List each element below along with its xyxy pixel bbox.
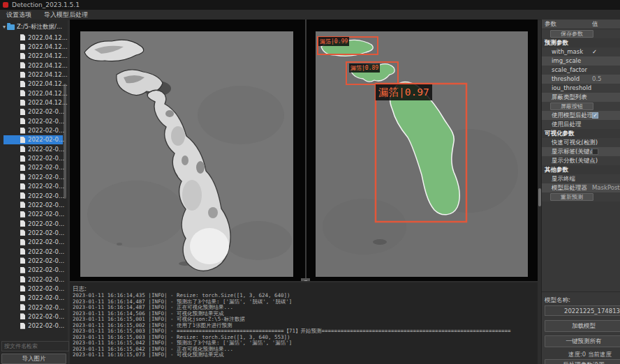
tree-item[interactable]: 2022-02-0... bbox=[0, 294, 68, 303]
parameters-header: 参数 值 bbox=[542, 20, 620, 29]
param-row[interactable]: iou_threshold bbox=[542, 84, 620, 93]
menu-item-import-postprocess[interactable]: 导入模型后处理 bbox=[38, 10, 94, 20]
param-label: 快速可视化(检测) bbox=[552, 138, 598, 147]
tree-item-label: 2022-02-0... bbox=[28, 313, 64, 320]
tree-item[interactable]: 2022-02-0... bbox=[0, 210, 68, 219]
file-icon bbox=[20, 34, 25, 40]
param-row[interactable]: threshold0.5 bbox=[542, 75, 620, 84]
predict-all-button[interactable]: 一键预测所有 bbox=[545, 335, 620, 347]
param-action-button[interactable]: 重新预测 bbox=[550, 193, 593, 201]
tree-item[interactable]: 2022-02-0... bbox=[0, 126, 68, 135]
param-row[interactable]: 使用模型后处理✓ bbox=[542, 111, 620, 120]
param-value[interactable] bbox=[592, 147, 598, 156]
title-bar: Detection_2023.1.5.1 bbox=[0, 0, 620, 10]
tree-item[interactable]: 2022.04.12... bbox=[0, 61, 68, 70]
folder-icon bbox=[7, 24, 15, 30]
tree-item[interactable]: 2022.04.12... bbox=[0, 89, 68, 98]
tree-item[interactable]: 2022-02-0... bbox=[0, 182, 68, 191]
checkbox-unchecked[interactable] bbox=[592, 149, 598, 155]
tree-item[interactable]: 2022.04.12... bbox=[0, 52, 68, 61]
menu-item-settings[interactable]: 设置选项 bbox=[0, 10, 38, 20]
load-model-button[interactable]: 加载模型 bbox=[545, 320, 620, 332]
param-section-header: 可视化参数 bbox=[542, 129, 620, 138]
tree-root-folder[interactable]: ▾ Z:/5-标注数据/... bbox=[0, 22, 62, 31]
param-row[interactable]: 屏蔽类型列表 bbox=[542, 93, 620, 102]
tree-item-label: 2022-02-0... bbox=[28, 294, 64, 301]
param-row[interactable]: 快速可视化(检测) bbox=[542, 138, 620, 147]
postprocess-settings-button[interactable]: 后处理参数设置 bbox=[545, 359, 620, 364]
tree-item[interactable]: 2022-02-0... bbox=[0, 163, 68, 172]
tree-item-label: 2022-02-0... bbox=[28, 155, 64, 162]
tree-item[interactable]: 2022-02-0... bbox=[0, 321, 68, 331]
original-image[interactable] bbox=[80, 31, 293, 277]
tree-item[interactable]: 2022-02-0... bbox=[0, 116, 68, 126]
param-row[interactable]: 使用后处理 bbox=[542, 120, 620, 129]
param-value[interactable]: ✓ bbox=[592, 111, 598, 120]
tree-item[interactable]: 2022-02-0... bbox=[0, 238, 68, 247]
param-row[interactable]: 显示分数(关键点) bbox=[542, 156, 620, 165]
tree-item-label: 2022-02-0... bbox=[28, 285, 64, 292]
tree-item[interactable]: 2022-02-0... bbox=[0, 153, 68, 162]
param-label: 使用模型后处理 bbox=[552, 111, 593, 120]
tree-item[interactable]: 2022-02-0... bbox=[0, 266, 68, 275]
tree-item[interactable]: 2022-02-0... bbox=[0, 191, 68, 200]
param-row[interactable]: 显示标签(关键点) bbox=[542, 147, 620, 156]
param-label: img_scale bbox=[552, 56, 581, 66]
tree-item[interactable]: 2022-02-0... bbox=[0, 135, 68, 144]
parameters-panel: 参数 值 保存参数预测参数with_mask✓img_scalescale_fa… bbox=[541, 20, 620, 364]
tree-item[interactable]: 2022-02-0... bbox=[0, 312, 68, 321]
panel-scrollbar[interactable] bbox=[538, 188, 541, 206]
file-icon bbox=[20, 90, 25, 96]
tree-item[interactable]: 2022-02-0... bbox=[0, 275, 68, 284]
tree-item[interactable]: 2022-02-0... bbox=[0, 172, 68, 181]
file-tree-list: 2022.04.12...2022.04.12...2022.04.12...2… bbox=[0, 33, 68, 331]
expand-arrow-icon[interactable]: ▾ bbox=[3, 24, 6, 30]
menu-bar: 设置选项 导入模型后处理 bbox=[0, 10, 620, 20]
param-action-button[interactable]: 屏蔽按钮 bbox=[550, 103, 593, 110]
tree-item[interactable]: 2022-02-0... bbox=[0, 284, 68, 293]
file-icon bbox=[20, 192, 25, 199]
file-icon bbox=[20, 220, 25, 227]
param-label: 显示分数(关键点) bbox=[552, 156, 598, 165]
tree-item[interactable]: 2022-02-0... bbox=[0, 107, 68, 116]
param-row[interactable]: 模型后处理器MaskPostPro bbox=[542, 183, 620, 192]
file-icon bbox=[20, 53, 25, 59]
param-label: with_mask bbox=[552, 47, 583, 56]
prediction-image[interactable]: 漏箔|0.99 漏箔|0.89 漏箔|0.97 bbox=[316, 31, 528, 277]
log-lines: 2023-01-11 16:16:14,435 |INFO| - Resize:… bbox=[73, 293, 538, 364]
tree-item[interactable]: 2022.04.12... bbox=[0, 33, 68, 42]
app-window: Detection_2023.1.5.1 设置选项 导入模型后处理 ▾ Z:/5… bbox=[0, 0, 620, 364]
param-row[interactable]: img_scale bbox=[542, 56, 620, 66]
checkbox-checked[interactable]: ✓ bbox=[592, 112, 598, 119]
tree-item-label: 2022-02-0... bbox=[28, 266, 64, 273]
tree-item[interactable]: 2022.04.12... bbox=[0, 79, 68, 89]
param-section-header: 其他参数 bbox=[542, 165, 620, 174]
tree-item[interactable]: 2022-02-0... bbox=[0, 219, 68, 228]
param-button-row: 屏蔽按钮 bbox=[542, 102, 620, 111]
tree-item[interactable]: 2022-02-0... bbox=[0, 256, 68, 265]
search-input[interactable] bbox=[1, 341, 69, 351]
param-label: 使用后处理 bbox=[552, 120, 582, 129]
tree-item[interactable]: 2022.04.12... bbox=[0, 98, 68, 107]
model-name-value[interactable]: 20221225_174813 bbox=[545, 305, 620, 316]
tree-item[interactable]: 2022.04.12... bbox=[0, 70, 68, 79]
param-action-button[interactable]: 保存参数 bbox=[550, 30, 593, 38]
tree-item[interactable]: 2022-02-0... bbox=[0, 200, 68, 209]
param-row[interactable]: with_mask✓ bbox=[542, 47, 620, 56]
file-icon bbox=[20, 202, 25, 208]
tree-item[interactable]: 2022-02-0... bbox=[0, 247, 68, 256]
tree-item-label: 2022-02-0... bbox=[28, 322, 64, 329]
param-row[interactable]: 显示终端 bbox=[542, 174, 620, 183]
prediction-image-canvas bbox=[316, 31, 528, 277]
param-row[interactable]: scale_factor bbox=[542, 66, 620, 75]
tree-item[interactable]: 2022-02-0... bbox=[0, 228, 68, 237]
tree-item[interactable]: 2022-02-0... bbox=[0, 144, 68, 153]
tree-item-label: 2022.04.12... bbox=[28, 71, 68, 78]
tree-item[interactable]: 2022-02-0... bbox=[0, 303, 68, 312]
log-console[interactable]: 日志: 2023-01-11 16:16:14,435 |INFO| - Res… bbox=[70, 281, 538, 364]
tree-item-label: 2022-02-0... bbox=[28, 276, 64, 283]
import-image-button[interactable]: 导入图片 bbox=[1, 354, 66, 364]
panel-splitter[interactable] bbox=[305, 20, 307, 281]
detection-label: 漏箔|0.99 bbox=[318, 37, 349, 46]
tree-item[interactable]: 2022.04.12... bbox=[0, 42, 68, 51]
